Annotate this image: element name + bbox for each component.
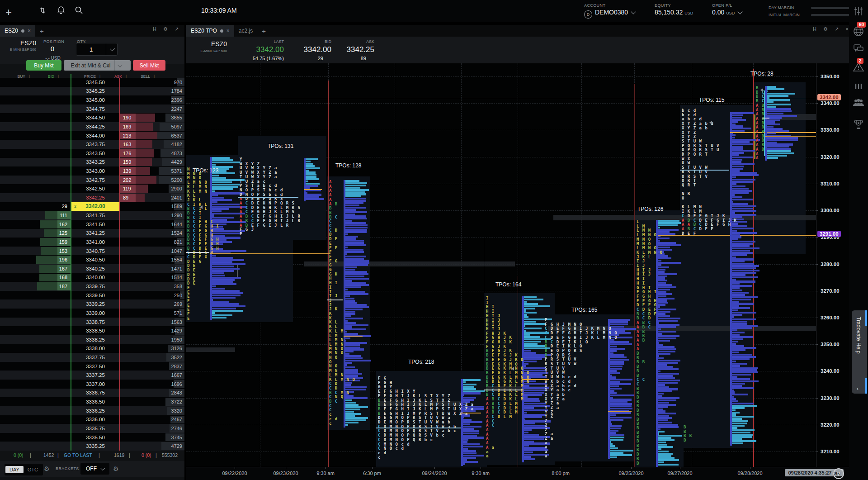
sliders-icon[interactable] [849,6,868,16]
dom-row[interactable]: 2693339.25 [0,299,184,309]
price-cell[interactable]: 3337.25 [71,371,119,380]
dom-row[interactable]: 15633338.75 [0,318,184,327]
price-cell[interactable]: 3335.25 [71,442,119,451]
dom-row[interactable]: 19503338.25 [0,335,184,344]
price-cell[interactable]: 3345.00 [71,95,119,105]
price-cell[interactable]: 3341.00 [71,238,119,247]
dom-row[interactable]: 17843345.25 [0,87,184,96]
price-cell[interactable]: 3336.50 [71,397,119,406]
price-cell[interactable]: 3340.00 [71,273,119,282]
notifications-bell-icon[interactable] [57,6,65,15]
dom-row[interactable]: 24673336.00 [0,415,184,424]
transfer-icon[interactable] [39,6,48,15]
dom-row[interactable]: 36553344.50190 [0,113,184,122]
dom-row[interactable]: 37453335.50 [0,433,184,442]
chat-icon[interactable] [849,43,868,53]
price-cell[interactable]: 3336.75 [71,389,119,398]
dom-row[interactable]: 22473344.75 [0,105,184,114]
dom-row[interactable]: 50973344.25169 [0,122,184,131]
price-ladder[interactable]: 9703345.5017843345.2523963345.0022473344… [0,78,184,451]
tradovate-help-tab[interactable]: Tradovate Help ‹ [852,310,867,394]
price-cell[interactable]: 3344.00 [71,131,119,140]
search-icon[interactable] [75,6,83,14]
dom-row[interactable]: 158923342.0029 [0,202,184,211]
dom-row[interactable]: 16963337.00 [0,380,184,389]
price-cell[interactable]: 3337.00 [71,380,119,389]
dom-row[interactable]: 35223337.75 [0,353,184,362]
account-selector[interactable]: ACCOUNT DDEMO0380 [584,3,634,19]
price-cell[interactable]: 3342.50 [71,184,119,193]
dom-row[interactable]: 5713339.00 [0,309,184,318]
close-icon[interactable]: × [28,28,31,34]
price-cell[interactable]: 3341.50 [71,220,119,229]
price-cell[interactable]: 3344.25 [71,122,119,131]
price-cell[interactable]: 3335.50 [71,433,119,442]
dom-row[interactable]: 31263338.00 [0,344,184,353]
add-tab-button[interactable]: + [35,27,48,35]
dom-row[interactable]: 16673337.25 [0,371,184,380]
price-cell[interactable]: 3340.25 [71,264,119,273]
dom-row[interactable]: 52003342.75202 [0,176,184,185]
dom-row[interactable]: 14293338.50 [0,326,184,335]
time-axis[interactable]: 09/28/2020 4:35:27 pm 09/22/202009/23/20… [186,467,849,480]
price-axis[interactable]: 3350.003340.003330.003320.003310.003300.… [816,63,849,467]
gear-icon[interactable]: ⚙ [113,465,119,472]
dom-row[interactable]: 28433336.75 [0,389,184,398]
close-icon[interactable]: × [226,28,230,34]
duration-toggle[interactable]: DAY GTC [5,464,43,475]
price-cell[interactable]: 3343.25 [71,158,119,167]
last-price-cell[interactable]: 23342.00 [71,202,119,211]
dom-row[interactable]: 15243341.25125 [0,229,184,238]
dom-row[interactable]: 65373344.00213 [0,131,184,140]
dom-row[interactable]: 15543340.50196 [0,255,184,264]
price-cell[interactable]: 3341.25 [71,229,119,238]
tab-esz0[interactable]: ESZ0× [0,25,35,37]
people-icon[interactable] [849,98,868,107]
help-icon[interactable]: ? [833,468,844,479]
dom-row[interactable]: 9703345.50 [0,78,184,87]
dom-panel-icons[interactable]: H ⚙ ↗ × [153,26,191,32]
price-cell[interactable]: 3337.50 [71,362,119,371]
price-cell[interactable]: 3338.00 [71,344,119,353]
price-cell[interactable]: 3345.25 [71,87,119,96]
price-cell[interactable]: 3337.75 [71,353,119,362]
price-cell[interactable]: 3343.75 [71,140,119,149]
price-cell[interactable]: 3342.25 [71,193,119,202]
price-cell[interactable]: 3338.50 [71,326,119,335]
tpo-panel-icons[interactable]: H ⚙ ↗ × [813,26,851,32]
price-cell[interactable]: 3342.75 [71,176,119,185]
sell-market-button[interactable]: Sell Mkt [133,60,165,71]
dom-row[interactable]: 53713343.00139 [0,166,184,176]
tab-ac2js[interactable]: ac2.js [234,25,257,37]
dom-row[interactable]: 12903341.75111 [0,211,184,220]
brackets-selector[interactable]: OFF [80,463,109,475]
dom-row[interactable]: 16443341.50162 [0,220,184,229]
price-cell[interactable]: 3343.00 [71,166,119,176]
dom-row[interactable]: 10473340.75153 [0,247,184,256]
price-cell[interactable]: 3344.75 [71,105,119,114]
trophy-icon[interactable] [849,119,868,131]
gear-icon[interactable]: ⚙ [44,465,50,472]
dom-row[interactable]: 44293343.25159 [0,158,184,167]
add-workspace-icon[interactable]: + [5,6,12,19]
add-tab-button[interactable]: + [257,27,270,35]
exit-at-market-button[interactable]: Exit at Mkt & Cxl [64,60,131,71]
go-to-last-button[interactable]: GO TO LAST [64,452,92,458]
buy-market-button[interactable]: Buy Mkt [26,60,61,71]
price-cell[interactable]: 3336.00 [71,415,119,424]
price-cell[interactable]: 3340.75 [71,247,119,256]
dom-row[interactable]: 14713340.25167 [0,264,184,273]
dom-row[interactable]: 23963345.00 [0,95,184,105]
price-cell[interactable]: 3343.50 [71,149,119,158]
price-cell[interactable]: 3341.75 [71,211,119,220]
columns-icon[interactable] [849,83,868,90]
dom-row[interactable]: 27463335.75 [0,424,184,433]
dom-row[interactable]: 41823343.75163 [0,140,184,149]
dom-row[interactable]: 2503339.50 [0,291,184,300]
price-cell[interactable]: 3336.25 [71,406,119,415]
price-cell[interactable]: 3339.00 [71,309,119,318]
dom-row[interactable]: 8213341.00159 [0,238,184,247]
price-cell[interactable]: 3339.75 [71,282,119,291]
dom-row[interactable]: 24013342.2589 [0,193,184,202]
price-cell[interactable]: 3340.50 [71,255,119,264]
